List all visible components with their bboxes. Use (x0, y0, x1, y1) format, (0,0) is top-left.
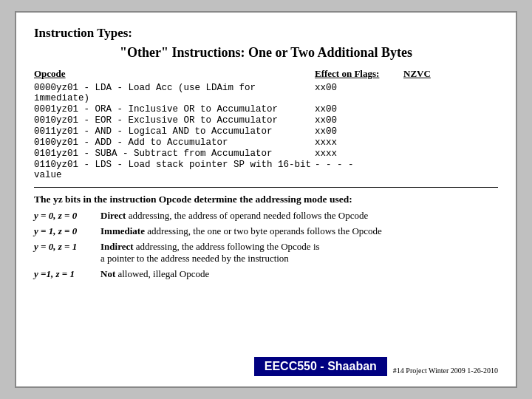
addr-label: y = 0, z = 0 (34, 210, 100, 222)
opcode-cell: 0000yz01 - LDA - Load Acc (use LDAim for… (34, 83, 315, 103)
divider (34, 187, 498, 188)
col-nzvc-header: NZVC (403, 68, 431, 80)
nzvc-cell: xx00 (315, 104, 337, 115)
table-row: 0011yz01 - AND - Logical AND to Accumula… (34, 126, 498, 137)
addr-desc: Immediate addressing, the one or two byt… (100, 225, 498, 237)
nzvc-cell: xx00 (315, 83, 337, 103)
opcode-cell: 0011yz01 - AND - Logical AND to Accumula… (34, 126, 315, 137)
nzvc-cell: xxxx (315, 149, 337, 159)
addressing-row: y = 0, z = 1Indirect addressing, the add… (34, 241, 498, 265)
slide-title: Instruction Types: (34, 26, 498, 41)
addressing-row: y =1, z = 1Not allowed, illegal Opcode (34, 268, 498, 280)
nzvc-cell: xx00 (315, 115, 337, 126)
table-row: 0000yz01 - LDA - Load Acc (use LDAim for… (34, 83, 498, 103)
addressing-row: y = 0, z = 0Direct addressing, the addre… (34, 210, 498, 222)
addr-label: y =1, z = 1 (34, 268, 100, 280)
addressing-row: y = 1, z = 0Immediate addressing, the on… (34, 225, 498, 237)
table-row: 0001yz01 - ORA - Inclusive OR to Accumul… (34, 104, 498, 115)
eecc-label: EECC550 - Shaaban (254, 357, 387, 376)
addressing-modes: y = 0, z = 0Direct addressing, the addre… (34, 210, 498, 284)
addr-desc: Indirect addressing, the address followi… (100, 241, 498, 265)
nzvc-cell: xxxx (315, 137, 337, 148)
addr-label: y = 1, z = 0 (34, 225, 100, 237)
slide: Instruction Types: "Other" Instructions:… (15, 11, 517, 388)
table-row: 0110yz01 - LDS - Load stack pointer SP w… (34, 160, 498, 180)
footer-row: EECC550 - Shaaban #14 Project Winter 200… (34, 357, 498, 376)
opcode-cell: 0010yz01 - EOR - Exclusive OR to Accumul… (34, 115, 315, 126)
nzvc-cell: xx00 (315, 126, 337, 137)
opcode-cell: 0110yz01 - LDS - Load stack pointer SP w… (34, 160, 315, 180)
footer-info: #14 Project Winter 2009 1-26-2010 (393, 366, 498, 376)
section-title: "Other" Instructions: One or Two Additio… (34, 45, 498, 61)
nzvc-cell: - - - - (315, 160, 354, 180)
table-row: 0101yz01 - SUBA - Subtract from Accumula… (34, 149, 498, 159)
yz-bits-title: The yz bits in the instruction Opcode de… (34, 194, 498, 205)
addr-desc: Not allowed, illegal Opcode (100, 268, 498, 280)
opcode-table: 0000yz01 - LDA - Load Acc (use LDAim for… (34, 83, 498, 181)
table-row: 0100yz01 - ADD - Add to Accumulator xxxx (34, 137, 498, 148)
col-effect-header: Effect on Flags: (315, 68, 403, 80)
opcode-cell: 0100yz01 - ADD - Add to Accumulator (34, 137, 315, 148)
addr-label: y = 0, z = 1 (34, 241, 100, 253)
opcode-cell: 0001yz01 - ORA - Inclusive OR to Accumul… (34, 104, 315, 115)
table-row: 0010yz01 - EOR - Exclusive OR to Accumul… (34, 115, 498, 126)
table-header: Opcode Effect on Flags: NZVC (34, 68, 498, 80)
col-opcode-header: Opcode (34, 68, 315, 80)
opcode-cell: 0101yz01 - SUBA - Subtract from Accumula… (34, 149, 315, 159)
addr-desc: Direct addressing, the address of operan… (100, 210, 498, 222)
